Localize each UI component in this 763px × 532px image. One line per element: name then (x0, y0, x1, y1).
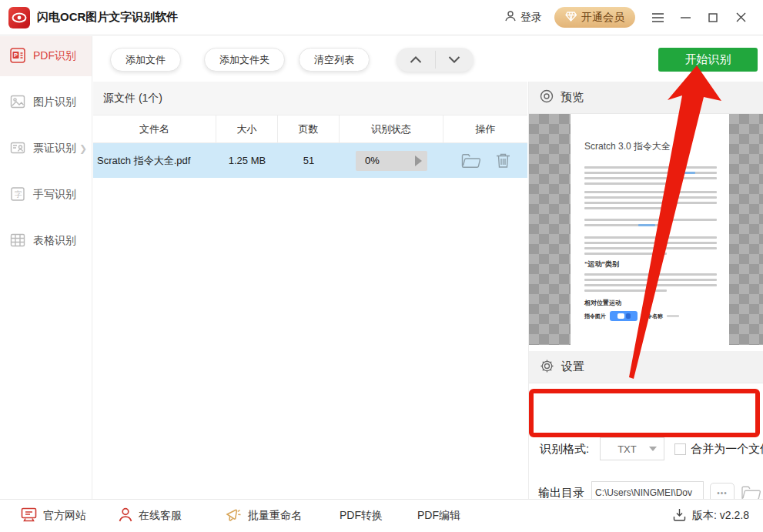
user-icon (504, 10, 517, 25)
move-up-button[interactable] (397, 48, 435, 72)
maximize-button[interactable] (701, 7, 725, 28)
megaphone-icon (225, 507, 242, 525)
monitor-icon (21, 507, 37, 524)
scratch-block-image (610, 311, 638, 321)
sidebar-item-label: PDF识别 (33, 49, 76, 63)
svg-text:P: P (14, 52, 18, 59)
format-label: 识别格式: (540, 442, 589, 457)
pdf-convert-link[interactable]: PDF转换 (340, 509, 383, 523)
sidebar-item-handwriting[interactable]: 字 手写识别 (0, 175, 92, 215)
format-dropdown[interactable]: TXT (600, 437, 664, 460)
caption-example (667, 315, 679, 317)
sidebar-item-label: 手写识别 (33, 188, 76, 202)
download-icon (673, 508, 686, 524)
official-site-label: 官方网站 (43, 509, 86, 523)
column-status: 识别状态 (340, 115, 443, 142)
doc-paragraph (584, 270, 717, 292)
file-status-cell: 0% (340, 143, 443, 178)
progress-bar: 0% (356, 151, 427, 171)
sidebar: P PDF识别 图片识别 票证识别 ❯ 字 手写识别 (0, 36, 92, 499)
version-info: 版本: v2.2.8 (673, 508, 749, 524)
add-file-button[interactable]: 添加文件 (110, 48, 181, 72)
vip-button[interactable]: 开通会员 (554, 7, 635, 28)
minimize-button[interactable] (674, 7, 697, 28)
close-button[interactable] (729, 7, 752, 28)
online-support-label: 在线客服 (139, 509, 182, 523)
doc-title: Scratch 3.0 指令大全 (584, 140, 671, 153)
delete-icon[interactable] (496, 152, 510, 169)
titlebar: 闪电OCR图片文字识别软件 登录 开通会员 (0, 0, 763, 35)
pdf-convert-label: PDF转换 (340, 509, 383, 523)
login-button[interactable]: 登录 (504, 10, 542, 25)
column-filename: 文件名 (93, 115, 216, 142)
vip-label: 开通会员 (581, 11, 624, 25)
version-label: 版本: v2.2.8 (692, 509, 749, 523)
preview-title: 预览 (561, 90, 584, 105)
chevron-right-icon: ❯ (79, 143, 87, 154)
caption-name-label: 指令名称 (641, 313, 663, 320)
online-support-link[interactable]: 在线客服 (119, 507, 182, 524)
official-site-link[interactable]: 官方网站 (21, 507, 86, 524)
preview-canvas: Scratch 3.0 指令大全 “运动”类别 相对位置运动 (529, 114, 763, 345)
pdf-edit-link[interactable]: PDF编辑 (417, 509, 460, 523)
app-title: 闪电OCR图片文字识别软件 (37, 10, 178, 25)
column-pages: 页数 (278, 115, 340, 142)
sidebar-item-pdf[interactable]: P PDF识别 (0, 36, 92, 76)
menu-button[interactable] (646, 7, 669, 28)
doc-section-heading: “运动”类别 (584, 259, 619, 269)
output-label: 输出目录 (538, 486, 584, 500)
file-ops-cell (443, 143, 527, 178)
play-icon (415, 156, 422, 166)
doc-paragraph (584, 188, 717, 209)
table-icon (10, 233, 25, 250)
table-row[interactable]: Scratch 指令大全.pdf 1.25 MB 51 0% (93, 143, 527, 178)
image-icon (10, 94, 25, 112)
reorder-group (397, 48, 474, 72)
doc-paragraph (584, 233, 717, 255)
sidebar-item-label: 票证识别 (33, 142, 76, 156)
panel-gap (529, 345, 763, 351)
toolbar: 添加文件 添加文件夹 清空列表 开始识别 (93, 36, 763, 82)
sidebar-item-label: 图片识别 (33, 95, 76, 109)
source-files-count: 源文件 (1个) (93, 82, 527, 115)
sidebar-item-label: 表格识别 (33, 234, 76, 248)
file-pages-cell: 51 (278, 143, 340, 178)
clear-list-button[interactable]: 清空列表 (299, 48, 370, 72)
right-panel: 预览 Scratch 3.0 指令大全 “运动”类别 (528, 82, 763, 499)
gear-icon (540, 359, 554, 376)
format-row: 识别格式: TXT 合并为一个文件 (540, 437, 763, 460)
doc-sub-heading: 相对位置运动 (584, 299, 621, 307)
merge-label: 合并为一个文件 (691, 442, 763, 457)
progress-value: 0% (365, 155, 380, 166)
caption-image-label: 指令图片 (584, 313, 606, 320)
open-folder-icon[interactable] (461, 152, 480, 169)
start-recognition-button[interactable]: 开始识别 (658, 48, 758, 72)
batch-rename-label: 批量重命名 (248, 509, 302, 523)
file-size-cell: 1.25 MB (216, 143, 278, 178)
pdf-edit-label: PDF编辑 (417, 509, 460, 523)
doc-paragraph (584, 163, 717, 185)
app-logo-icon (8, 7, 30, 28)
pdf-icon: P (10, 48, 25, 65)
table-header: 文件名 大小 页数 识别状态 操作 (93, 115, 527, 143)
sidebar-item-image[interactable]: 图片识别 (0, 82, 92, 122)
settings-title: 设置 (561, 360, 584, 374)
sidebar-item-table[interactable]: 表格识别 (0, 221, 92, 261)
document-preview: Scratch 3.0 指令大全 “运动”类别 相对位置运动 (571, 114, 729, 345)
preview-header: 预览 (529, 82, 763, 114)
batch-rename-link[interactable]: 批量重命名 (225, 507, 302, 525)
titlebar-right: 登录 开通会员 (504, 7, 763, 28)
ticket-icon (10, 140, 25, 158)
doc-paragraph (584, 216, 717, 226)
diamond-icon (565, 12, 577, 24)
svg-text:字: 字 (15, 190, 22, 199)
add-folder-button[interactable]: 添加文件夹 (204, 48, 285, 72)
sidebar-item-ticket[interactable]: 票证识别 ❯ (0, 129, 92, 169)
format-value: TXT (617, 443, 637, 455)
chevron-down-icon (649, 447, 657, 451)
doc-caption-row: 指令图片 指令名称 (584, 311, 679, 321)
file-table: 源文件 (1个) 文件名 大小 页数 识别状态 操作 Scratch 指令大全.… (93, 82, 527, 499)
column-size: 大小 (216, 115, 278, 142)
merge-checkbox[interactable] (674, 443, 686, 455)
move-down-button[interactable] (436, 48, 474, 72)
